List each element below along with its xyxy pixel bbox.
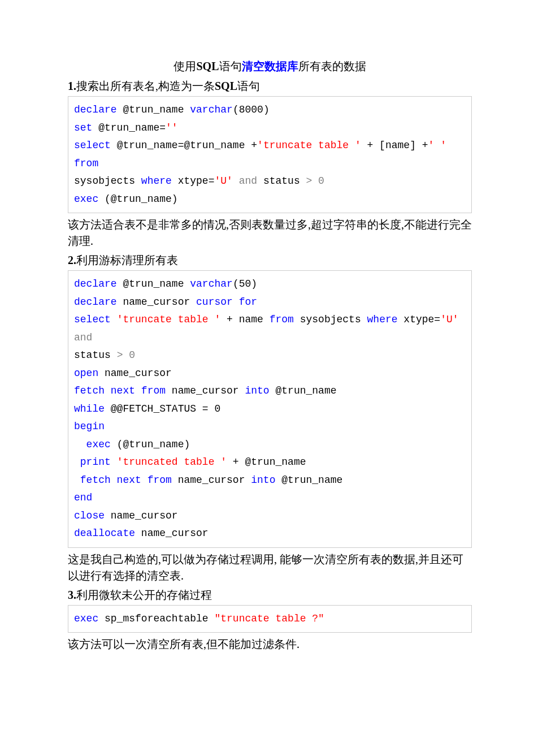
code-line: exec (@trun_name) xyxy=(74,436,466,454)
code-line: declare @trun_name varchar(50) xyxy=(74,275,466,293)
title-mid: 语句 xyxy=(219,60,242,72)
title-pre: 使用 xyxy=(173,60,196,72)
title-link[interactable]: 清空数据库 xyxy=(242,60,298,72)
title-post: 所有表的数据 xyxy=(298,60,366,72)
code-block-2: declare @trun_name varchar(50) declare n… xyxy=(68,270,472,548)
code-line: select 'truncate table ' + name from sys… xyxy=(74,311,466,347)
code-line: select @trun_name=@trun_name +'truncate … xyxy=(74,137,466,172)
code-line: end xyxy=(74,489,466,507)
paragraph-1: 该方法适合表不是非常多的情况,否则表数量过多,超过字符串的长度,不能进行完全清理… xyxy=(68,217,472,249)
code-line: while @@FETCH_STATUS = 0 xyxy=(74,400,466,418)
section-1-bold: SQL xyxy=(215,80,237,92)
section-1-num: 1. xyxy=(68,80,76,92)
code-line: fetch next from name_cursor into @trun_n… xyxy=(74,472,466,490)
section-2-text: 利用游标清理所有表 xyxy=(76,254,178,266)
code-line: open name_cursor xyxy=(74,365,466,383)
code-line: print 'truncated table ' + @trun_name xyxy=(74,453,466,472)
paragraph-2: 这是我自己构造的,可以做为存储过程调用, 能够一次清空所有表的数据,并且还可以进… xyxy=(68,551,472,584)
code-line: sysobjects where xtype='U' and status > … xyxy=(74,172,466,191)
paragraph-3: 该方法可以一次清空所有表,但不能加过滤条件. xyxy=(68,636,472,653)
section-3-num: 3. xyxy=(68,589,76,601)
code-line: begin xyxy=(74,418,466,436)
section-2-heading: 2.利用游标清理所有表 xyxy=(68,253,472,268)
code-line: fetch next from name_cursor into @trun_n… xyxy=(74,382,466,400)
code-line: exec (@trun_name) xyxy=(74,191,466,209)
code-line: deallocate name_cursor xyxy=(74,525,466,543)
code-line: status > 0 xyxy=(74,347,466,365)
code-line: close name_cursor xyxy=(74,507,466,525)
section-3-text: 利用微软未公开的存储过程 xyxy=(76,589,212,601)
code-block-1: declare @trun_name varchar(8000) set @tr… xyxy=(68,96,472,213)
code-block-3: exec sp_msforeachtable "truncate table ?… xyxy=(68,605,472,633)
document-page: 使用SQL语句清空数据库所有表的数据 1.搜索出所有表名,构造为一条SQL语句 … xyxy=(0,0,534,756)
section-1-text-post: 语句 xyxy=(237,80,260,92)
code-line: set @trun_name='' xyxy=(74,119,466,137)
code-line: declare name_cursor cursor for xyxy=(74,293,466,312)
code-line: declare @trun_name varchar(8000) xyxy=(74,101,466,119)
section-1-heading: 1.搜索出所有表名,构造为一条SQL语句 xyxy=(68,79,472,94)
section-1-text-pre: 搜索出所有表名,构造为一条 xyxy=(76,80,215,92)
title-sql: SQL xyxy=(196,60,219,72)
section-3-heading: 3.利用微软未公开的存储过程 xyxy=(68,587,472,603)
page-title: 使用SQL语句清空数据库所有表的数据 xyxy=(68,59,472,74)
section-2-num: 2. xyxy=(68,254,76,266)
code-line: exec sp_msforeachtable "truncate table ?… xyxy=(74,610,466,628)
